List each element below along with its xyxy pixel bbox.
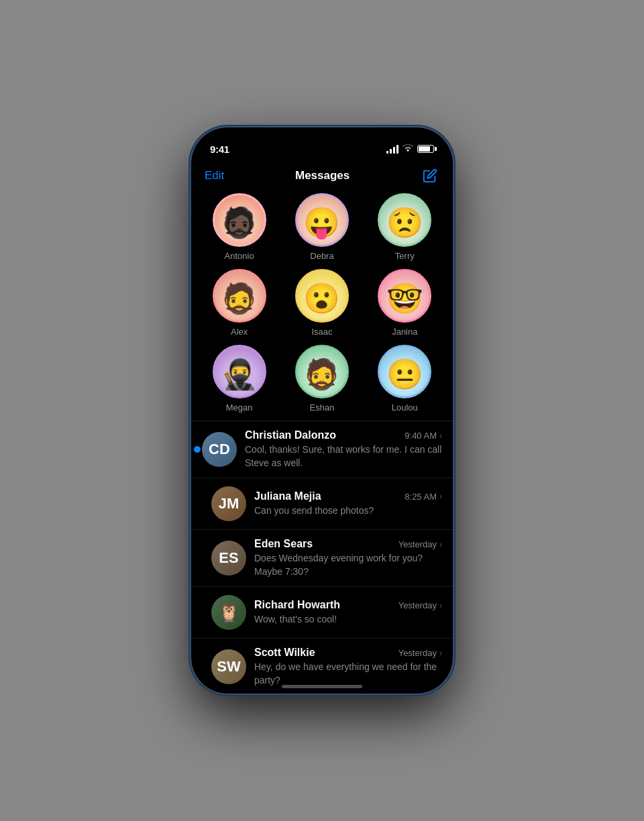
phone-wrapper: 9:41 <box>191 127 453 694</box>
avatar-eshan: 🧔 <box>295 345 349 398</box>
pinned-contact-megan[interactable]: 🥷 Megan <box>206 345 273 413</box>
compose-button[interactable] <box>421 166 439 185</box>
contact-name-antonio: Antonio <box>225 251 254 261</box>
message-list: CD Christian Dalonzo 9:40 AM › Cool, tha… <box>191 421 453 694</box>
sender-name-christian: Christian Dalonzo <box>245 429 336 441</box>
message-header-juliana: Juliana Mejia 8:25 AM › <box>254 490 442 502</box>
pinned-contact-debra[interactable]: 😛 Debra <box>288 193 356 261</box>
message-meta-scott: Yesterday › <box>398 648 442 658</box>
avatar-richard: 🦉 <box>211 595 246 630</box>
phone-screen: 9:41 <box>191 127 453 694</box>
pinned-row-3: 🥷 Megan 🧔 Eshan 😐 Loulou <box>198 345 446 413</box>
message-preview-scott: Hey, do we have everything we need for t… <box>254 661 442 687</box>
sender-name-eden: Eden Sears <box>254 538 313 550</box>
unread-indicator <box>194 446 201 453</box>
message-time-scott: Yesterday <box>398 648 437 658</box>
message-header-christian: Christian Dalonzo 9:40 AM › <box>245 429 442 441</box>
message-time-eden: Yesterday <box>398 539 437 549</box>
avatar-alex: 🧔 <box>213 269 266 323</box>
chevron-right-icon: › <box>439 540 442 549</box>
message-preview-richard: Wow, that's so cool! <box>254 613 442 626</box>
message-meta-christian: 9:40 AM › <box>405 431 442 441</box>
message-time-christian: 9:40 AM <box>405 431 437 441</box>
avatar-emoji: 🦉 <box>218 602 239 623</box>
pinned-contact-isaac[interactable]: 😮 Isaac <box>288 269 356 337</box>
message-preview-christian: Cool, thanks! Sure, that works for me. I… <box>245 443 442 470</box>
pinned-contact-terry[interactable]: 😟 Terry <box>371 193 438 261</box>
avatar-loulou: 😐 <box>378 345 431 398</box>
avatar-debra: 😛 <box>295 193 349 247</box>
contact-name-eshan: Eshan <box>310 402 335 413</box>
signal-bar-4 <box>396 145 398 154</box>
sender-name-juliana: Juliana Mejia <box>254 490 321 502</box>
pinned-row-1: 🧔🏿 Antonio 😛 Debra 😟 Te <box>198 193 446 261</box>
message-preview-juliana: Can you send those photos? <box>254 504 442 518</box>
avatar-initials: SW <box>217 658 240 675</box>
contact-name-isaac: Isaac <box>311 327 332 337</box>
avatar-antonio: 🧔🏿 <box>213 193 266 247</box>
pinned-contact-janina[interactable]: 🤓 Janina <box>371 269 438 337</box>
contact-name-alex: Alex <box>231 327 248 337</box>
avatar-terry: 😟 <box>378 193 431 247</box>
sender-name-scott: Scott Wilkie <box>254 647 315 659</box>
battery-fill <box>419 146 430 152</box>
message-item-christian[interactable]: CD Christian Dalonzo 9:40 AM › Cool, tha… <box>191 421 453 478</box>
avatar-juliana: JM <box>211 486 246 521</box>
battery-icon <box>417 145 434 153</box>
chevron-right-icon: › <box>439 492 442 501</box>
status-time: 9:41 <box>210 144 229 155</box>
phone-frame: 9:41 <box>191 127 453 694</box>
avatar-initials: CD <box>209 441 230 458</box>
contact-name-loulou: Loulou <box>392 402 418 413</box>
message-meta-juliana: 8:25 AM › <box>405 492 442 502</box>
edit-button[interactable]: Edit <box>205 169 224 182</box>
contact-name-debra: Debra <box>310 251 333 261</box>
chevron-right-icon: › <box>439 431 442 441</box>
wifi-icon <box>402 144 413 154</box>
message-content-eden: Eden Sears Yesterday › Does Wednesday ev… <box>254 538 442 578</box>
pinned-row-2: 🧔 Alex 😮 Isaac 🤓 Janina <box>198 269 446 337</box>
message-meta-richard: Yesterday › <box>398 600 442 610</box>
message-meta-eden: Yesterday › <box>398 539 442 549</box>
message-item-eden[interactable]: ES Eden Sears Yesterday › Does Wednesday… <box>191 530 453 587</box>
pinned-contact-loulou[interactable]: 😐 Loulou <box>371 345 438 413</box>
message-header-richard: Richard Howarth Yesterday › <box>254 599 442 611</box>
message-content-christian: Christian Dalonzo 9:40 AM › Cool, thanks… <box>245 429 442 470</box>
avatar-initials: ES <box>219 549 238 567</box>
chevron-right-icon: › <box>439 649 442 658</box>
nav-header: Edit Messages <box>191 161 453 193</box>
status-icons <box>386 144 434 154</box>
contact-name-janina: Janina <box>392 327 417 337</box>
avatar-megan: 🥷 <box>213 345 266 398</box>
avatar-janina: 🤓 <box>378 269 431 323</box>
message-header-eden: Eden Sears Yesterday › <box>254 538 442 550</box>
page-title: Messages <box>295 169 350 182</box>
pinned-contacts-section: 🧔🏿 Antonio 😛 Debra 😟 Te <box>191 193 453 413</box>
chevron-right-icon: › <box>439 601 442 610</box>
avatar-initials: JM <box>219 495 239 512</box>
status-bar: 9:41 <box>191 127 453 161</box>
compose-icon <box>423 168 437 183</box>
signal-bar-1 <box>386 151 388 154</box>
pinned-contact-eshan[interactable]: 🧔 Eshan <box>288 345 356 413</box>
pinned-contact-antonio[interactable]: 🧔🏿 Antonio <box>206 193 273 261</box>
contact-name-megan: Megan <box>226 402 253 413</box>
message-item-richard[interactable]: 🦉 Richard Howarth Yesterday › Wow, that'… <box>191 587 453 639</box>
message-content-scott: Scott Wilkie Yesterday › Hey, do we have… <box>254 647 442 687</box>
message-content-richard: Richard Howarth Yesterday › Wow, that's … <box>254 599 442 626</box>
message-time-richard: Yesterday <box>398 600 437 610</box>
notch <box>282 127 362 146</box>
signal-bar-3 <box>393 147 395 154</box>
message-item-juliana[interactable]: JM Juliana Mejia 8:25 AM › Can you send … <box>191 478 453 530</box>
avatar-isaac: 😮 <box>295 269 349 323</box>
avatar-eden: ES <box>211 541 246 576</box>
signal-bars-icon <box>386 145 398 154</box>
sender-name-richard: Richard Howarth <box>254 599 340 611</box>
message-time-juliana: 8:25 AM <box>405 492 437 502</box>
avatar-scott: SW <box>211 649 246 684</box>
message-preview-eden: Does Wednesday evening work for you? May… <box>254 552 442 578</box>
pinned-contact-alex[interactable]: 🧔 Alex <box>206 269 273 337</box>
contact-name-terry: Terry <box>395 251 415 261</box>
home-indicator[interactable] <box>282 685 362 688</box>
signal-bar-2 <box>390 149 392 154</box>
